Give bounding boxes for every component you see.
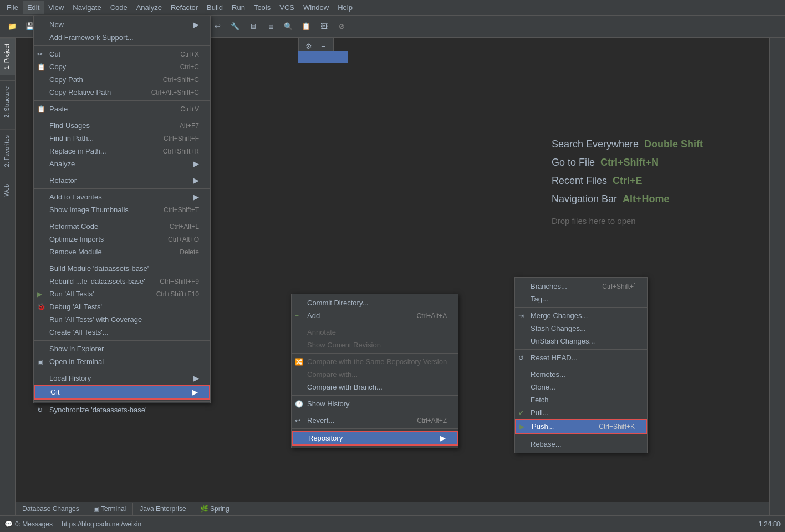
copy-menu-icon: 📋 xyxy=(37,63,45,71)
repo-rebase[interactable]: Rebase... xyxy=(515,438,647,451)
sidebar-tab-favorites[interactable]: 2: Favorites xyxy=(0,129,15,172)
search-hints: Search Everywhere Double Shift Go to Fil… xyxy=(541,121,714,237)
git-commit-directory[interactable]: Commit Directory... xyxy=(292,296,458,309)
menu-refactor[interactable]: Refactor xyxy=(166,1,202,14)
menu-add-to-favorites[interactable]: Add to Favorites ▶ xyxy=(34,191,210,203)
git-compare-with-branch[interactable]: Compare with Branch... xyxy=(292,381,458,393)
menu-view[interactable]: View xyxy=(44,1,68,14)
menu-tools[interactable]: Tools xyxy=(249,1,275,14)
menu-vcs[interactable]: VCS xyxy=(275,1,299,14)
repo-push[interactable]: ▶ Push... Ctrl+Shift+K xyxy=(515,419,647,434)
repo-tag[interactable]: Tag... xyxy=(515,293,647,305)
separator-6 xyxy=(34,218,210,218)
menu-window[interactable]: Window xyxy=(299,1,333,14)
separator-9 xyxy=(34,370,210,370)
menu-synchronize[interactable]: ↻ Synchronize 'dataassets-base' xyxy=(34,403,210,416)
menu-open-in-terminal[interactable]: ▣ Open in Terminal xyxy=(34,355,210,368)
settings-gear-icon[interactable]: ⚙ xyxy=(303,40,314,52)
menu-analyze[interactable]: Analyze ▶ xyxy=(34,157,210,170)
separator-4 xyxy=(34,172,210,172)
git-desktop-icon[interactable]: 🖥 xyxy=(263,19,278,34)
repo-fetch[interactable]: Fetch xyxy=(515,393,647,406)
run-icon: ▶ xyxy=(37,290,42,298)
menu-cut[interactable]: ✂ Cut Ctrl+X xyxy=(34,48,210,60)
sidebar-tab-structure[interactable]: 2: Structure xyxy=(0,80,15,124)
sidebar-tab-web[interactable]: Web xyxy=(0,178,15,202)
status-position: 1:24:80 xyxy=(758,520,781,528)
menu-paste[interactable]: 📋 Paste Ctrl+V xyxy=(34,103,210,115)
git-sep-3 xyxy=(292,395,458,396)
git-sep-1 xyxy=(292,324,458,324)
menu-add-framework[interactable]: Add Framework Support... xyxy=(34,31,210,44)
separator-8 xyxy=(34,340,210,341)
menu-debug-all-tests[interactable]: 🐞 Debug 'All Tests' xyxy=(34,300,210,313)
sidebar-tab-project[interactable]: 1: Project xyxy=(0,38,15,75)
toolbar-open-file[interactable]: 📁 xyxy=(4,19,20,34)
image-icon[interactable]: 🖼 xyxy=(316,19,332,34)
menu-code[interactable]: Code xyxy=(106,1,132,14)
block-icon[interactable]: ⊘ xyxy=(334,19,349,34)
menu-show-in-explorer[interactable]: Show in Explorer xyxy=(34,342,210,355)
repo-unstash-changes[interactable]: UnStash Changes... xyxy=(515,335,647,347)
search-icon[interactable]: 🔍 xyxy=(281,19,296,34)
menu-analyze[interactable]: Analyze xyxy=(132,1,166,14)
git-revert[interactable]: ↩ Revert... Ctrl+Alt+Z xyxy=(292,414,458,427)
menu-reformat-code[interactable]: Reformat Code Ctrl+Alt+L xyxy=(34,220,210,233)
repo-reset-head[interactable]: ↺ Reset HEAD... xyxy=(515,351,647,364)
right-sidebar xyxy=(769,38,785,515)
menu-run[interactable]: Run xyxy=(227,1,249,14)
tab-spring[interactable]: 🌿 Spring xyxy=(193,503,236,515)
menu-build-module[interactable]: Build Module 'dataassets-base' xyxy=(34,262,210,275)
git-repository[interactable]: Repository ▶ xyxy=(292,431,458,446)
hint-drop-files: Drop files here to open xyxy=(552,216,703,226)
menu-create-all-tests[interactable]: Create 'All Tests'... xyxy=(34,326,210,339)
git-wrench-icon[interactable]: 🔧 xyxy=(227,19,243,34)
menu-navigate[interactable]: Navigate xyxy=(68,1,105,14)
menu-file[interactable]: File xyxy=(2,1,23,14)
tab-terminal[interactable]: ▣ Terminal xyxy=(86,503,133,515)
repo-clone[interactable]: Clone... xyxy=(515,381,647,393)
repo-branches[interactable]: Branches... Ctrl+Shift+` xyxy=(515,280,647,293)
menu-git[interactable]: Git ▶ xyxy=(34,385,210,400)
menu-copy[interactable]: 📋 Copy Ctrl+C xyxy=(34,60,210,73)
menu-build[interactable]: Build xyxy=(202,1,227,14)
git-add[interactable]: + Add Ctrl+Alt+A xyxy=(292,309,458,322)
status-messages[interactable]: 💬 0: Messages xyxy=(4,520,53,528)
tab-database-changes[interactable]: Database Changes xyxy=(16,503,86,515)
hint-goto-file: Go to File Ctrl+Shift+N xyxy=(552,157,703,168)
repo-sep-3 xyxy=(515,366,647,366)
menu-find-in-path[interactable]: Find in Path... Ctrl+Shift+F xyxy=(34,132,210,145)
hint-search-everywhere: Search Everywhere Double Shift xyxy=(552,139,703,150)
repo-remotes[interactable]: Remotes... xyxy=(515,368,647,381)
settings-minimize-icon[interactable]: − xyxy=(318,40,329,52)
menu-edit[interactable]: Edit xyxy=(23,1,44,14)
menu-run-all-tests[interactable]: ▶ Run 'All Tests' Ctrl+Shift+F10 xyxy=(34,288,210,300)
repo-merge-changes[interactable]: ⇥ Merge Changes... xyxy=(515,309,647,322)
menu-local-history[interactable]: Local History ▶ xyxy=(34,372,210,385)
menu-find-usages[interactable]: Find Usages Alt+F7 xyxy=(34,119,210,132)
sync-icon: ↻ xyxy=(37,406,43,414)
git-monitor-icon[interactable]: 🖥 xyxy=(245,19,261,34)
menu-new[interactable]: New ▶ xyxy=(34,18,210,31)
git-annotate: Annotate xyxy=(292,326,458,339)
tab-java-enterprise[interactable]: Java Enterprise xyxy=(133,503,193,515)
menu-copy-path[interactable]: Copy Path Ctrl+Shift+C xyxy=(34,73,210,86)
menu-remove-module[interactable]: Remove Module Delete xyxy=(34,245,210,258)
copy-icon[interactable]: 📋 xyxy=(298,19,314,34)
menu-replace-in-path[interactable]: Replace in Path... Ctrl+Shift+R xyxy=(34,145,210,157)
git-undo-icon[interactable]: ↩ xyxy=(210,19,225,34)
menu-refactor[interactable]: Refactor ▶ xyxy=(34,174,210,187)
menu-optimize-imports[interactable]: Optimize Imports Ctrl+Alt+O xyxy=(34,233,210,245)
repo-stash-changes[interactable]: Stash Changes... xyxy=(515,322,647,335)
git-show-history[interactable]: 🕐 Show History xyxy=(292,397,458,410)
menu-show-image-thumbnails[interactable]: Show Image Thumbnails Ctrl+Shift+T xyxy=(34,203,210,216)
merge-icon: ⇥ xyxy=(518,312,524,320)
menu-help[interactable]: Help xyxy=(333,1,357,14)
status-url: https://blog.csdn.net/weixin_ xyxy=(62,520,145,528)
spring-icon: 🌿 xyxy=(200,505,208,513)
menu-run-with-coverage[interactable]: Run 'All Tests' with Coverage xyxy=(34,313,210,326)
repo-pull[interactable]: ✔ Pull... xyxy=(515,406,647,419)
add-icon: + xyxy=(295,312,299,320)
menu-copy-relative-path[interactable]: Copy Relative Path Ctrl+Alt+Shift+C xyxy=(34,86,210,99)
menu-rebuild[interactable]: Rebuild ...le 'dataassets-base' Ctrl+Shi… xyxy=(34,275,210,288)
